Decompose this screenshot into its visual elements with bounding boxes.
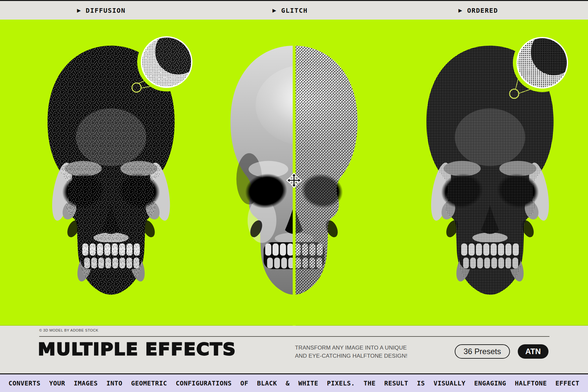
marquee-word: BLACK xyxy=(257,380,277,387)
page: ▶ DIFFUSION ▶ GLITCH ▶ ORDERED xyxy=(0,0,588,392)
tab-diffusion[interactable]: ▶ DIFFUSION xyxy=(77,1,125,20)
footer-divider-line xyxy=(39,336,549,337)
marquee-word: WHITE xyxy=(298,380,318,387)
model-credit: © 3D MODEL BY ADOBE STOCK xyxy=(39,328,98,332)
tab-ordered-label: ORDERED xyxy=(467,7,498,14)
marquee-word: YOUR xyxy=(49,380,65,387)
ordered-detail-magnifier xyxy=(505,31,580,102)
play-arrow-icon: ▶ xyxy=(77,8,81,13)
tagline-line1: TRANSFORM ANY IMAGE INTO A UNIQUE xyxy=(295,344,407,352)
page-title: MULTIPLE EFFECTS xyxy=(38,339,236,359)
marquee-word: IS xyxy=(417,380,425,387)
tagline-line2: AND EYE-CATCHING HALFTONE DESIGN! xyxy=(295,352,407,360)
marquee-word: RESULT xyxy=(384,380,408,387)
marquee-word: INTO xyxy=(106,380,122,387)
tab-glitch[interactable]: ▶ GLITCH xyxy=(272,1,308,20)
split-skull-illustration xyxy=(231,41,374,297)
marquee-bar: CONVERTSYOURIMAGESINTOGEOMETRICCONFIGURA… xyxy=(0,373,588,392)
detail-source-ring xyxy=(510,89,519,98)
tab-glitch-label: GLITCH xyxy=(281,7,308,14)
marquee-word: PIXELS. xyxy=(327,380,355,387)
marquee-word: THE xyxy=(364,380,376,387)
footer-section: © 3D MODEL BY ADOBE STOCK MULTIPLE EFFEC… xyxy=(0,326,588,373)
top-bar: ▶ DIFFUSION ▶ GLITCH ▶ ORDERED xyxy=(0,0,588,20)
marquee-text: CONVERTSYOURIMAGESINTOGEOMETRICCONFIGURA… xyxy=(0,374,588,392)
play-arrow-icon: ▶ xyxy=(458,8,462,13)
tab-diffusion-label: DIFFUSION xyxy=(86,7,125,14)
marquee-word: IMAGES xyxy=(74,380,98,387)
tagline: TRANSFORM ANY IMAGE INTO A UNIQUE AND EY… xyxy=(295,344,407,360)
move-cursor-icon[interactable] xyxy=(286,172,302,188)
marquee-word: HALFTONE xyxy=(515,380,547,387)
marquee-word: GEOMETRIC xyxy=(131,380,167,387)
play-arrow-icon: ▶ xyxy=(272,8,276,13)
detail-source-ring xyxy=(132,83,141,92)
marquee-word: OF xyxy=(240,380,248,387)
tab-ordered[interactable]: ▶ ORDERED xyxy=(458,1,498,20)
presets-button[interactable]: 36 Presets xyxy=(455,344,510,359)
marquee-word: & xyxy=(286,380,289,387)
marquee-word: CONFIGURATIONS xyxy=(176,380,232,387)
diffusion-detail-magnifier xyxy=(127,31,199,100)
marquee-word: ENGAGING xyxy=(474,380,506,387)
atn-button[interactable]: ATN xyxy=(518,344,548,359)
marquee-word: CONVERTS xyxy=(8,380,41,387)
marquee-word: VISUALLY xyxy=(433,380,466,387)
marquee-word: EFFECT xyxy=(555,380,579,387)
showcase-canvas xyxy=(0,20,588,326)
